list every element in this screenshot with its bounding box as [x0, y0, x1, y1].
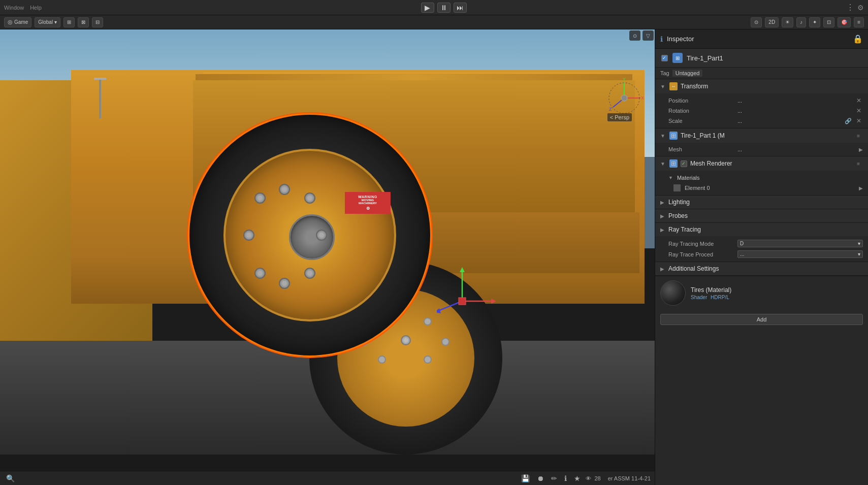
transform-section-header[interactable]: ▼ ↔ Transform — [655, 79, 868, 93]
ray-trace-procedure-label: Ray Trace Proced — [668, 251, 734, 257]
mesh-filter-more-icon[interactable]: ≡ — [857, 133, 860, 139]
viewport-scale-btn[interactable]: ▽ — [642, 30, 654, 41]
stats-btn[interactable]: ≡ — [854, 17, 864, 27]
element-0-arrow[interactable]: ▶ — [859, 185, 863, 191]
position-reset-btn[interactable]: ✕ — [855, 97, 863, 104]
toolbar-center: ▶ ⏸ ⏭ — [421, 3, 467, 13]
svg-rect-6 — [459, 298, 466, 305]
warning-sign: WARNING MOVING MACHINERY ⚙ — [345, 192, 391, 214]
rotation-row: Rotation ... ✕ — [655, 106, 868, 116]
inspector-icon: ℹ — [660, 35, 663, 43]
star-icon[interactable]: ★ — [572, 473, 583, 483]
search-icon[interactable]: 🔍 — [4, 473, 17, 483]
step-button[interactable]: ⏭ — [454, 3, 467, 13]
play-button[interactable]: ▶ — [421, 3, 434, 13]
material-sphere-preview — [660, 280, 686, 306]
ray-tracing-title: Ray Tracing — [668, 226, 701, 233]
materials-chevron: ▼ — [668, 175, 673, 180]
game-tab-label: Game — [14, 19, 28, 25]
tag-value[interactable]: Untagged — [672, 70, 703, 77]
viewport[interactable]: WARNING MOVING MACHINERY ⚙ ⊙ ▽ Y X — [0, 29, 655, 485]
ray-trace-procedure-dropdown[interactable]: ... ▾ — [737, 250, 863, 258]
global-dropdown[interactable]: Global ▾ — [35, 17, 60, 27]
bolt-right — [316, 230, 327, 241]
ray-tracing-mode-dropdown[interactable]: D ▾ — [737, 240, 863, 247]
tire-rim — [223, 149, 396, 321]
additional-settings-header[interactable]: ▶ Additional Settings — [655, 262, 868, 275]
scale-link-btn[interactable]: 🔗 — [845, 118, 852, 124]
object-header: ✓ ⊞ Tire-1_Part1 — [655, 49, 868, 68]
viewport-orientation-gizmo: Y X Z — [604, 78, 645, 118]
transform-body: Position ... ✕ Rotation ... ✕ Scale ... … — [655, 93, 868, 128]
svg-text:X: X — [641, 95, 644, 101]
tool-btn-1[interactable]: ⊞ — [63, 17, 75, 27]
additional-settings-title: Additional Settings — [668, 265, 719, 272]
probes-chevron: ▶ — [660, 213, 664, 219]
pause-button[interactable]: ⏸ — [437, 3, 451, 13]
vehicle-trim — [196, 74, 632, 80]
info-icon[interactable]: ℹ — [562, 473, 569, 483]
light-pole — [99, 78, 101, 118]
mesh-renderer-more-icon[interactable]: ≡ — [857, 161, 860, 167]
help-menu[interactable]: Help — [30, 5, 42, 11]
layer-count: 28 — [594, 475, 600, 481]
main-layout: WARNING MOVING MACHINERY ⚙ ⊙ ▽ Y X — [0, 29, 868, 485]
tool-btn-3[interactable]: ⊟ — [92, 17, 103, 27]
viewport-controls: ⊙ ▽ — [629, 30, 654, 41]
add-component-button[interactable]: Add — [660, 314, 863, 325]
mesh-filter-header[interactable]: ▼ ⊞ Tire-1_Part 1 (M ≡ — [655, 128, 868, 143]
bolt-bot-left — [254, 268, 266, 279]
transform-section: ▼ ↔ Transform Position ... ✕ Rotation ..… — [655, 79, 868, 128]
rotation-label: Rotation — [668, 108, 734, 114]
materials-subsection-header[interactable]: ▼ Materials — [655, 173, 868, 183]
game-tab[interactable]: ◎ Game — [4, 17, 31, 27]
more-options-icon[interactable]: ⋮ — [846, 3, 854, 12]
mesh-filter-title: Tire-1_Part 1 (M — [681, 132, 725, 139]
fx-btn[interactable]: ✦ — [809, 17, 820, 27]
scene-btn[interactable]: ⊡ — [823, 17, 834, 27]
svg-marker-1 — [460, 267, 465, 272]
mesh-label: Mesh — [668, 146, 734, 152]
position-label: Position — [668, 98, 734, 104]
lighting-btn[interactable]: ☀ — [782, 17, 793, 27]
material-preview: Tires (Material) Shader HDRP/L — [655, 276, 868, 310]
ray-tracing-header[interactable]: ▶ Ray Tracing — [655, 223, 868, 236]
tool-btn-2[interactable]: ⊠ — [78, 17, 89, 27]
active-checkbox[interactable]: ✓ — [660, 54, 668, 62]
2d-btn[interactable]: 2D — [765, 17, 779, 27]
aspect-ratio-btn[interactable]: ⊙ — [751, 17, 762, 27]
gizmos-btn[interactable]: 🎯 — [838, 17, 851, 27]
scale-row: Scale ... 🔗 ✕ — [655, 116, 868, 126]
mesh-filter-icon: ⊞ — [669, 132, 678, 140]
svg-text:Y: Y — [623, 78, 626, 82]
audio-btn[interactable]: ♪ — [796, 17, 806, 27]
edit-icon[interactable]: ✏ — [549, 473, 559, 483]
mesh-renderer-body: ▼ Materials Element 0 ▶ — [655, 171, 868, 195]
mesh-arrow-icon[interactable]: ▶ — [859, 147, 863, 152]
perspective-label: < Persp — [607, 113, 632, 121]
mesh-renderer-header[interactable]: ▼ ⊞ ✓ Mesh Renderer ≡ — [655, 156, 868, 171]
scale-value: ... — [737, 118, 842, 124]
lighting-header[interactable]: ▶ Lighting — [655, 196, 868, 209]
transform-section-icon: ↔ — [669, 82, 678, 90]
transform-title: Transform — [681, 83, 708, 90]
probes-header[interactable]: ▶ Probes — [655, 209, 868, 222]
status-text: er ASSM 11-4-21 — [608, 475, 651, 481]
material-info: Tires (Material) Shader HDRP/L — [691, 286, 863, 300]
settings-icon[interactable]: ⚙ — [857, 4, 864, 12]
rotation-reset-btn[interactable]: ✕ — [855, 107, 863, 114]
record-icon[interactable]: ⏺ — [535, 473, 546, 483]
inspector-title: Inspector — [667, 35, 694, 43]
element-0-name: Element 0 — [685, 185, 855, 191]
window-menu[interactable]: Window — [4, 5, 24, 11]
viewport-aspect-btn[interactable]: ⊙ — [629, 30, 640, 41]
inspector-lock-icon[interactable]: 🔒 — [853, 34, 863, 44]
scale-reset-btn[interactable]: ✕ — [855, 117, 863, 124]
toolbar-right: ⋮ ⚙ — [846, 3, 864, 12]
mesh-renderer-title: Mesh Renderer — [690, 160, 732, 167]
mesh-value: ... — [737, 146, 856, 152]
position-row: Position ... ✕ — [655, 95, 868, 106]
lighting-section: ▶ Lighting — [655, 196, 868, 209]
mesh-renderer-enabled[interactable]: ✓ — [681, 160, 687, 167]
save-icon[interactable]: 💾 — [519, 473, 532, 483]
